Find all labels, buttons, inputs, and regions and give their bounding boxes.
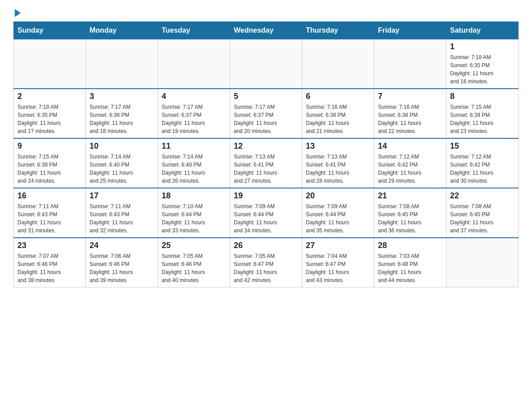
- calendar-cell: 15Sunrise: 7:12 AM Sunset: 6:42 PM Dayli…: [446, 138, 519, 188]
- day-info: Sunrise: 7:13 AM Sunset: 6:41 PM Dayligh…: [234, 153, 298, 185]
- logo-arrow-icon: [15, 9, 21, 17]
- day-info: Sunrise: 7:15 AM Sunset: 6:39 PM Dayligh…: [450, 103, 515, 135]
- calendar-week-row: 9Sunrise: 7:15 AM Sunset: 6:39 PM Daylig…: [14, 138, 519, 188]
- calendar-cell: 6Sunrise: 7:16 AM Sunset: 6:38 PM Daylig…: [302, 89, 374, 138]
- calendar-cell: 8Sunrise: 7:15 AM Sunset: 6:39 PM Daylig…: [446, 89, 519, 138]
- calendar-cell: 25Sunrise: 7:05 AM Sunset: 6:46 PM Dayli…: [158, 238, 230, 287]
- weekday-header-tuesday: Tuesday: [158, 22, 230, 39]
- calendar-cell: 13Sunrise: 7:13 AM Sunset: 6:41 PM Dayli…: [302, 138, 374, 188]
- day-number: 26: [234, 241, 298, 250]
- day-number: 8: [450, 92, 515, 101]
- day-number: 28: [378, 241, 442, 250]
- calendar-cell: [446, 238, 519, 287]
- day-info: Sunrise: 7:17 AM Sunset: 6:37 PM Dayligh…: [234, 103, 298, 135]
- day-info: Sunrise: 7:05 AM Sunset: 6:46 PM Dayligh…: [162, 252, 226, 284]
- day-info: Sunrise: 7:10 AM Sunset: 6:44 PM Dayligh…: [162, 202, 226, 235]
- day-info: Sunrise: 7:13 AM Sunset: 6:41 PM Dayligh…: [306, 153, 370, 185]
- calendar-cell: 2Sunrise: 7:18 AM Sunset: 6:35 PM Daylig…: [14, 89, 86, 138]
- calendar-week-row: 23Sunrise: 7:07 AM Sunset: 6:46 PM Dayli…: [14, 238, 519, 287]
- day-number: 1: [450, 42, 515, 51]
- calendar-cell: 3Sunrise: 7:17 AM Sunset: 6:36 PM Daylig…: [86, 89, 158, 138]
- day-number: 14: [378, 141, 442, 151]
- weekday-header-saturday: Saturday: [446, 22, 519, 39]
- day-info: Sunrise: 7:18 AM Sunset: 6:35 PM Dayligh…: [17, 103, 82, 135]
- calendar-cell: 17Sunrise: 7:11 AM Sunset: 6:43 PM Dayli…: [86, 188, 158, 238]
- calendar-cell: 27Sunrise: 7:04 AM Sunset: 6:47 PM Dayli…: [302, 238, 374, 287]
- calendar-table: SundayMondayTuesdayWednesdayThursdayFrid…: [13, 21, 519, 287]
- calendar-cell: 10Sunrise: 7:14 AM Sunset: 6:40 PM Dayli…: [86, 138, 158, 188]
- calendar-cell: 28Sunrise: 7:03 AM Sunset: 6:48 PM Dayli…: [374, 238, 446, 287]
- day-number: 3: [90, 92, 154, 101]
- day-number: 6: [306, 92, 370, 101]
- day-info: Sunrise: 7:09 AM Sunset: 6:44 PM Dayligh…: [306, 202, 370, 235]
- calendar-cell: 14Sunrise: 7:12 AM Sunset: 6:42 PM Dayli…: [374, 138, 446, 188]
- weekday-header-monday: Monday: [86, 22, 158, 39]
- day-number: 24: [90, 241, 154, 250]
- calendar-cell: 22Sunrise: 7:08 AM Sunset: 6:45 PM Dayli…: [446, 188, 519, 238]
- day-info: Sunrise: 7:15 AM Sunset: 6:39 PM Dayligh…: [17, 153, 82, 185]
- day-number: 22: [450, 191, 515, 201]
- calendar-cell: 9Sunrise: 7:15 AM Sunset: 6:39 PM Daylig…: [14, 138, 86, 188]
- day-info: Sunrise: 7:12 AM Sunset: 6:42 PM Dayligh…: [450, 153, 515, 185]
- day-number: 13: [306, 141, 370, 151]
- day-number: 15: [450, 141, 515, 151]
- calendar-cell: 16Sunrise: 7:11 AM Sunset: 6:43 PM Dayli…: [14, 188, 86, 238]
- day-number: 25: [162, 241, 226, 250]
- day-info: Sunrise: 7:05 AM Sunset: 6:47 PM Dayligh…: [234, 252, 298, 284]
- day-number: 7: [378, 92, 442, 101]
- weekday-header-wednesday: Wednesday: [230, 22, 302, 39]
- calendar-cell: 7Sunrise: 7:16 AM Sunset: 6:38 PM Daylig…: [374, 89, 446, 138]
- calendar-cell: [158, 39, 230, 89]
- logo: [13, 9, 21, 17]
- calendar-week-row: 1Sunrise: 7:18 AM Sunset: 6:35 PM Daylig…: [14, 39, 519, 89]
- calendar-week-row: 16Sunrise: 7:11 AM Sunset: 6:43 PM Dayli…: [14, 188, 519, 238]
- day-info: Sunrise: 7:04 AM Sunset: 6:47 PM Dayligh…: [306, 252, 370, 284]
- day-number: 23: [17, 241, 82, 250]
- day-info: Sunrise: 7:17 AM Sunset: 6:36 PM Dayligh…: [90, 103, 154, 135]
- day-number: 16: [17, 191, 82, 201]
- weekday-header-friday: Friday: [374, 22, 446, 39]
- calendar-cell: 18Sunrise: 7:10 AM Sunset: 6:44 PM Dayli…: [158, 188, 230, 238]
- calendar-cell: 11Sunrise: 7:14 AM Sunset: 6:40 PM Dayli…: [158, 138, 230, 188]
- calendar-cell: 23Sunrise: 7:07 AM Sunset: 6:46 PM Dayli…: [14, 238, 86, 287]
- day-info: Sunrise: 7:06 AM Sunset: 6:46 PM Dayligh…: [90, 252, 154, 284]
- day-info: Sunrise: 7:11 AM Sunset: 6:43 PM Dayligh…: [90, 202, 154, 235]
- calendar-cell: 24Sunrise: 7:06 AM Sunset: 6:46 PM Dayli…: [86, 238, 158, 287]
- day-info: Sunrise: 7:14 AM Sunset: 6:40 PM Dayligh…: [90, 153, 154, 185]
- weekday-header-sunday: Sunday: [14, 22, 86, 39]
- day-info: Sunrise: 7:08 AM Sunset: 6:45 PM Dayligh…: [378, 202, 442, 235]
- weekday-header-thursday: Thursday: [302, 22, 374, 39]
- day-number: 19: [234, 191, 298, 201]
- calendar-cell: 19Sunrise: 7:09 AM Sunset: 6:44 PM Dayli…: [230, 188, 302, 238]
- day-number: 11: [162, 141, 226, 151]
- day-number: 21: [378, 191, 442, 201]
- day-number: 12: [234, 141, 298, 151]
- day-info: Sunrise: 7:09 AM Sunset: 6:44 PM Dayligh…: [234, 202, 298, 235]
- day-info: Sunrise: 7:14 AM Sunset: 6:40 PM Dayligh…: [162, 153, 226, 185]
- day-info: Sunrise: 7:12 AM Sunset: 6:42 PM Dayligh…: [378, 153, 442, 185]
- calendar-cell: [86, 39, 158, 89]
- day-number: 18: [162, 191, 226, 201]
- calendar-cell: 26Sunrise: 7:05 AM Sunset: 6:47 PM Dayli…: [230, 238, 302, 287]
- day-number: 20: [306, 191, 370, 201]
- day-number: 17: [90, 191, 154, 201]
- calendar-cell: 20Sunrise: 7:09 AM Sunset: 6:44 PM Dayli…: [302, 188, 374, 238]
- calendar-cell: [14, 39, 86, 89]
- calendar-week-row: 2Sunrise: 7:18 AM Sunset: 6:35 PM Daylig…: [14, 89, 519, 138]
- day-number: 4: [162, 92, 226, 101]
- day-info: Sunrise: 7:07 AM Sunset: 6:46 PM Dayligh…: [17, 252, 82, 284]
- day-info: Sunrise: 7:11 AM Sunset: 6:43 PM Dayligh…: [17, 202, 82, 235]
- day-info: Sunrise: 7:16 AM Sunset: 6:38 PM Dayligh…: [306, 103, 370, 135]
- page-header: [13, 9, 519, 17]
- calendar-cell: [374, 39, 446, 89]
- day-info: Sunrise: 7:16 AM Sunset: 6:38 PM Dayligh…: [378, 103, 442, 135]
- day-number: 9: [17, 141, 82, 151]
- calendar-cell: [230, 39, 302, 89]
- weekday-header-row: SundayMondayTuesdayWednesdayThursdayFrid…: [14, 22, 519, 39]
- calendar-cell: 12Sunrise: 7:13 AM Sunset: 6:41 PM Dayli…: [230, 138, 302, 188]
- day-number: 10: [90, 141, 154, 151]
- day-info: Sunrise: 7:18 AM Sunset: 6:35 PM Dayligh…: [450, 53, 515, 86]
- calendar-cell: 21Sunrise: 7:08 AM Sunset: 6:45 PM Dayli…: [374, 188, 446, 238]
- day-number: 2: [17, 92, 82, 101]
- calendar-cell: [302, 39, 374, 89]
